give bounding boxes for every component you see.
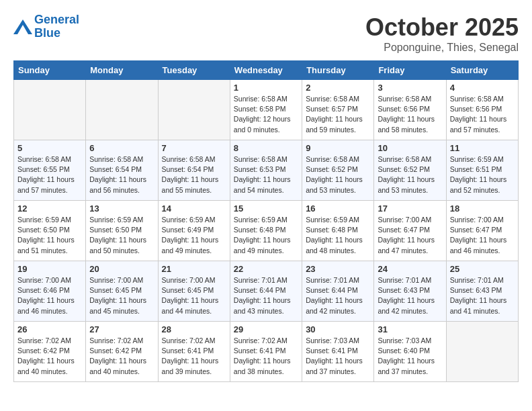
day-info: Sunrise: 6:59 AMSunset: 6:50 PMDaylight:…: [17, 215, 82, 256]
day-number: 3: [378, 83, 442, 93]
day-info: Sunrise: 6:59 AMSunset: 6:48 PMDaylight:…: [306, 215, 370, 256]
day-info: Sunrise: 7:00 AMSunset: 6:46 PMDaylight:…: [17, 275, 82, 316]
weekday-header-monday: Monday: [86, 61, 158, 80]
day-number: 11: [450, 143, 515, 153]
calendar-cell: 4Sunrise: 6:58 AMSunset: 6:56 PMDaylight…: [446, 80, 518, 140]
logo-text: General Blue: [34, 13, 79, 40]
day-number: 16: [306, 203, 370, 214]
day-number: 26: [17, 324, 82, 334]
calendar-week-row: 5Sunrise: 6:58 AMSunset: 6:55 PMDaylight…: [14, 140, 519, 201]
calendar-cell: 24Sunrise: 7:01 AMSunset: 6:43 PMDayligh…: [374, 261, 446, 322]
day-number: 23: [306, 264, 370, 274]
weekday-header-tuesday: Tuesday: [158, 61, 230, 80]
calendar-week-row: 26Sunrise: 7:02 AMSunset: 6:42 PMDayligh…: [14, 322, 519, 382]
calendar-cell: 10Sunrise: 6:58 AMSunset: 6:52 PMDayligh…: [374, 140, 446, 201]
day-info: Sunrise: 6:58 AMSunset: 6:54 PMDaylight:…: [162, 154, 226, 195]
calendar-cell: 6Sunrise: 6:58 AMSunset: 6:54 PMDaylight…: [86, 140, 158, 201]
day-info: Sunrise: 6:58 AMSunset: 6:58 PMDaylight:…: [234, 94, 298, 135]
page-header: General Blue October 2025 Poponguine, Th…: [13, 13, 519, 54]
day-info: Sunrise: 7:01 AMSunset: 6:43 PMDaylight:…: [450, 275, 515, 316]
day-number: 30: [306, 324, 370, 334]
day-number: 22: [234, 264, 298, 274]
day-number: 1: [234, 83, 298, 93]
day-info: Sunrise: 6:58 AMSunset: 6:52 PMDaylight:…: [378, 154, 442, 195]
day-number: 17: [378, 203, 442, 214]
day-info: Sunrise: 7:02 AMSunset: 6:41 PMDaylight:…: [234, 336, 298, 377]
day-number: 25: [450, 264, 515, 274]
day-number: 12: [17, 203, 82, 214]
day-info: Sunrise: 6:59 AMSunset: 6:51 PMDaylight:…: [450, 154, 515, 195]
day-info: Sunrise: 7:01 AMSunset: 6:43 PMDaylight:…: [378, 275, 442, 316]
day-info: Sunrise: 7:00 AMSunset: 6:47 PMDaylight:…: [450, 215, 515, 256]
day-info: Sunrise: 7:02 AMSunset: 6:41 PMDaylight:…: [162, 336, 226, 377]
calendar-cell: 30Sunrise: 7:03 AMSunset: 6:41 PMDayligh…: [302, 322, 374, 382]
weekday-header-saturday: Saturday: [446, 61, 518, 80]
day-info: Sunrise: 7:00 AMSunset: 6:47 PMDaylight:…: [378, 215, 442, 256]
day-number: 27: [89, 324, 154, 334]
calendar-cell: 25Sunrise: 7:01 AMSunset: 6:43 PMDayligh…: [446, 261, 518, 322]
calendar-cell: 23Sunrise: 7:01 AMSunset: 6:44 PMDayligh…: [302, 261, 374, 322]
day-number: 18: [450, 203, 515, 214]
calendar-cell: [14, 80, 86, 140]
day-number: 29: [234, 324, 298, 334]
day-number: 14: [162, 203, 226, 214]
calendar-cell: 11Sunrise: 6:59 AMSunset: 6:51 PMDayligh…: [446, 140, 518, 201]
weekday-header-thursday: Thursday: [302, 61, 374, 80]
calendar-cell: 26Sunrise: 7:02 AMSunset: 6:42 PMDayligh…: [14, 322, 86, 382]
calendar-cell: 12Sunrise: 6:59 AMSunset: 6:50 PMDayligh…: [14, 201, 86, 261]
location: Poponguine, Thies, Senegal: [365, 42, 519, 54]
day-number: 24: [378, 264, 442, 274]
day-info: Sunrise: 7:01 AMSunset: 6:44 PMDaylight:…: [306, 275, 370, 316]
calendar-cell: 29Sunrise: 7:02 AMSunset: 6:41 PMDayligh…: [230, 322, 302, 382]
calendar-cell: 9Sunrise: 6:58 AMSunset: 6:52 PMDaylight…: [302, 140, 374, 201]
day-info: Sunrise: 6:58 AMSunset: 6:56 PMDaylight:…: [378, 94, 442, 135]
day-number: 5: [17, 143, 82, 153]
day-number: 20: [89, 264, 154, 274]
day-info: Sunrise: 6:59 AMSunset: 6:48 PMDaylight:…: [234, 215, 298, 256]
day-number: 2: [306, 83, 370, 93]
calendar-cell: 3Sunrise: 6:58 AMSunset: 6:56 PMDaylight…: [374, 80, 446, 140]
calendar-cell: 2Sunrise: 6:58 AMSunset: 6:57 PMDaylight…: [302, 80, 374, 140]
day-info: Sunrise: 6:59 AMSunset: 6:50 PMDaylight:…: [89, 215, 154, 256]
calendar-week-row: 1Sunrise: 6:58 AMSunset: 6:58 PMDaylight…: [14, 80, 519, 140]
day-info: Sunrise: 7:02 AMSunset: 6:42 PMDaylight:…: [89, 336, 154, 377]
weekday-header-wednesday: Wednesday: [230, 61, 302, 80]
calendar-cell: 15Sunrise: 6:59 AMSunset: 6:48 PMDayligh…: [230, 201, 302, 261]
calendar-cell: 13Sunrise: 6:59 AMSunset: 6:50 PMDayligh…: [86, 201, 158, 261]
calendar-cell: [158, 80, 230, 140]
calendar-cell: 14Sunrise: 6:59 AMSunset: 6:49 PMDayligh…: [158, 201, 230, 261]
day-info: Sunrise: 6:58 AMSunset: 6:54 PMDaylight:…: [89, 154, 154, 195]
calendar-cell: 31Sunrise: 7:03 AMSunset: 6:40 PMDayligh…: [374, 322, 446, 382]
calendar-week-row: 19Sunrise: 7:00 AMSunset: 6:46 PMDayligh…: [14, 261, 519, 322]
calendar-cell: 21Sunrise: 7:00 AMSunset: 6:45 PMDayligh…: [158, 261, 230, 322]
calendar-cell: 20Sunrise: 7:00 AMSunset: 6:45 PMDayligh…: [86, 261, 158, 322]
calendar-cell: 8Sunrise: 6:58 AMSunset: 6:53 PMDaylight…: [230, 140, 302, 201]
day-number: 6: [89, 143, 154, 153]
day-info: Sunrise: 6:58 AMSunset: 6:52 PMDaylight:…: [306, 154, 370, 195]
day-info: Sunrise: 6:58 AMSunset: 6:57 PMDaylight:…: [306, 94, 370, 135]
day-info: Sunrise: 7:03 AMSunset: 6:41 PMDaylight:…: [306, 336, 370, 377]
calendar-cell: 7Sunrise: 6:58 AMSunset: 6:54 PMDaylight…: [158, 140, 230, 201]
day-info: Sunrise: 7:00 AMSunset: 6:45 PMDaylight:…: [89, 275, 154, 316]
calendar-cell: 18Sunrise: 7:00 AMSunset: 6:47 PMDayligh…: [446, 201, 518, 261]
calendar-cell: 16Sunrise: 6:59 AMSunset: 6:48 PMDayligh…: [302, 201, 374, 261]
day-info: Sunrise: 7:01 AMSunset: 6:44 PMDaylight:…: [234, 275, 298, 316]
day-info: Sunrise: 6:58 AMSunset: 6:53 PMDaylight:…: [234, 154, 298, 195]
day-info: Sunrise: 6:58 AMSunset: 6:55 PMDaylight:…: [17, 154, 82, 195]
day-number: 19: [17, 264, 82, 274]
calendar-cell: [446, 322, 518, 382]
day-number: 21: [162, 264, 226, 274]
day-info: Sunrise: 6:59 AMSunset: 6:49 PMDaylight:…: [162, 215, 226, 256]
calendar-table: SundayMondayTuesdayWednesdayThursdayFrid…: [13, 60, 519, 382]
weekday-header-sunday: Sunday: [14, 61, 86, 80]
calendar-cell: 27Sunrise: 7:02 AMSunset: 6:42 PMDayligh…: [86, 322, 158, 382]
day-number: 28: [162, 324, 226, 334]
weekday-header-row: SundayMondayTuesdayWednesdayThursdayFrid…: [14, 61, 519, 80]
calendar-week-row: 12Sunrise: 6:59 AMSunset: 6:50 PMDayligh…: [14, 201, 519, 261]
calendar-cell: 17Sunrise: 7:00 AMSunset: 6:47 PMDayligh…: [374, 201, 446, 261]
day-number: 4: [450, 83, 515, 93]
calendar-cell: 1Sunrise: 6:58 AMSunset: 6:58 PMDaylight…: [230, 80, 302, 140]
calendar-cell: 28Sunrise: 7:02 AMSunset: 6:41 PMDayligh…: [158, 322, 230, 382]
logo: General Blue: [13, 13, 79, 40]
day-number: 10: [378, 143, 442, 153]
